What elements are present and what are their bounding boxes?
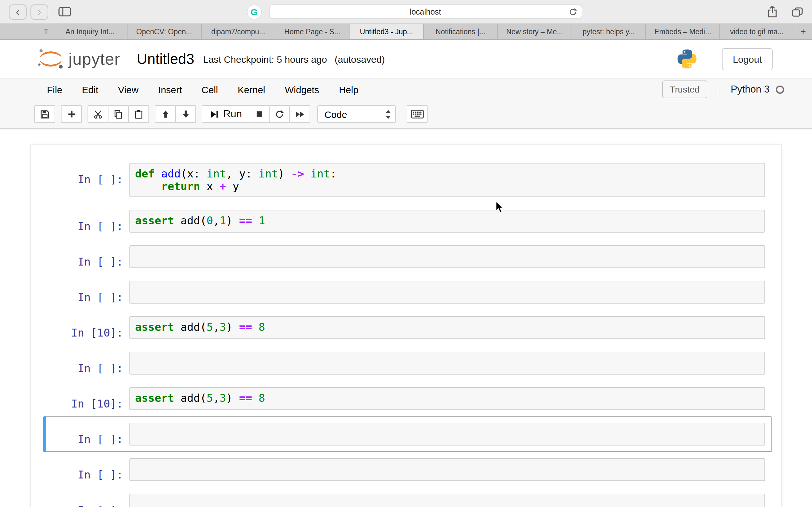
forward-button[interactable]: › — [31, 4, 48, 19]
sidebar-icon — [58, 7, 71, 16]
notebook-cell[interactable]: In [ ]:assert add(0,1) == 1 — [43, 204, 772, 239]
run-icon — [209, 109, 219, 119]
tab-overview-button[interactable] — [792, 7, 803, 17]
grammarly-icon[interactable]: G — [247, 5, 261, 19]
browser-tab[interactable]: video to gif ma... — [720, 24, 794, 39]
cell-input[interactable] — [130, 352, 765, 375]
share-button[interactable] — [767, 6, 778, 18]
jupyter-logo[interactable]: jupyter — [37, 48, 120, 70]
cell-prompt: In [ ]: — [44, 494, 130, 507]
run-label: Run — [223, 108, 242, 120]
notebook-cell-selected[interactable]: In [ ]: — [43, 416, 772, 452]
notebook-cell[interactable]: In [10]:assert add(5,3) == 8 — [43, 381, 772, 416]
restart-kernel-button[interactable] — [269, 105, 290, 123]
menu-item-view[interactable]: View — [110, 84, 146, 95]
interrupt-kernel-button[interactable] — [249, 105, 270, 123]
code-line — [135, 356, 759, 369]
cell-input[interactable] — [130, 494, 765, 507]
browser-tab-active[interactable]: Untitled3 - Jup... — [350, 24, 424, 39]
jupyter-wordmark: jupyter — [68, 49, 120, 69]
trusted-button[interactable]: Trusted — [662, 80, 707, 98]
cell-input[interactable] — [130, 245, 765, 268]
cell-prompt: In [ ]: — [44, 352, 130, 375]
divider — [719, 82, 719, 97]
browser-tab[interactable]: pytest: helps y... — [572, 24, 646, 39]
notebook-cell[interactable]: In [ ]: — [43, 345, 772, 381]
menu-item-edit[interactable]: Edit — [74, 84, 106, 95]
fast-forward-icon — [295, 109, 305, 119]
browser-tab[interactable]: An Inquiry Int... — [53, 24, 128, 39]
plus-icon — [67, 110, 76, 118]
menu-item-kernel[interactable]: Kernel — [230, 84, 273, 95]
cell-prompt: In [ ]: — [44, 163, 130, 197]
code-line: def add(x: int, y: int) -> int: — [135, 167, 759, 180]
jupyter-menubar: FileEditViewInsertCellKernelWidgetsHelp … — [0, 78, 812, 100]
cell-prompt: In [ ]: — [44, 458, 130, 481]
browser-toolbar: ‹ › G localhost — [0, 0, 812, 24]
cell-input[interactable]: assert add(0,1) == 1 — [130, 210, 765, 233]
sidebar-toggle-button[interactable] — [58, 7, 71, 16]
move-cell-down-button[interactable] — [175, 105, 196, 123]
code-line — [135, 285, 759, 298]
address-bar[interactable]: localhost — [269, 4, 582, 19]
url-text: localhost — [410, 7, 441, 16]
save-button[interactable] — [34, 105, 55, 123]
add-cell-button[interactable] — [61, 105, 82, 123]
browser-tab[interactable]: Embeds – Medi... — [646, 24, 720, 39]
menu-item-insert[interactable]: Insert — [151, 84, 190, 95]
tabs-overview-icon — [792, 7, 803, 17]
python-logo-icon — [676, 48, 698, 70]
restart-run-all-button[interactable] — [290, 105, 310, 123]
arrow-down-icon — [181, 110, 190, 118]
browser-tab-strip: TAn Inquiry Int...OpenCV: Open...dipam7/… — [0, 24, 812, 40]
cell-input[interactable] — [130, 281, 765, 303]
browser-tab[interactable]: New story – Me... — [498, 24, 572, 39]
code-line: assert add(5,3) == 8 — [135, 392, 759, 404]
cell-input[interactable] — [130, 458, 765, 481]
browser-tab[interactable]: dipam7/compu... — [201, 24, 275, 39]
cell-input[interactable]: assert add(5,3) == 8 — [130, 387, 765, 410]
command-palette-button[interactable] — [407, 105, 428, 123]
notebook-cell[interactable]: In [ ]: — [43, 452, 772, 487]
cell-input[interactable]: def add(x: int, y: int) -> int: return x… — [130, 163, 765, 197]
notebook-cell[interactable]: In [10]:assert add(5,3) == 8 — [43, 310, 772, 345]
cell-type-dropdown[interactable]: Code — [317, 105, 396, 123]
notebook-cell[interactable]: In [ ]: — [43, 239, 772, 274]
browser-tab[interactable]: T — [39, 24, 53, 39]
logout-button[interactable]: Logout — [722, 48, 773, 70]
cut-cell-button[interactable] — [88, 105, 108, 123]
cell-prompt: In [ ]: — [44, 210, 130, 233]
cell-prompt: In [ ]: — [44, 281, 130, 303]
move-cell-up-button[interactable] — [155, 105, 176, 123]
stop-icon — [255, 110, 264, 118]
menu-item-widgets[interactable]: Widgets — [277, 84, 327, 95]
autosave-text: (autosaved) — [335, 54, 385, 64]
jupyter-logo-icon — [37, 48, 65, 70]
notebook-title[interactable]: Untitled3 — [137, 50, 194, 67]
menu-item-file[interactable]: File — [39, 84, 70, 95]
notebook-cell[interactable]: In [ ]: — [43, 487, 772, 507]
menu-item-cell[interactable]: Cell — [194, 84, 226, 95]
cell-input[interactable]: assert add(5,3) == 8 — [130, 316, 765, 339]
code-line — [135, 498, 759, 507]
menu-item-help[interactable]: Help — [331, 84, 366, 95]
browser-tab[interactable]: Home Page - S... — [275, 24, 350, 39]
paste-cell-button[interactable] — [128, 105, 149, 123]
tab-strip-spacer — [0, 24, 39, 39]
dropdown-stepper-icon — [386, 109, 392, 119]
notebook-cell[interactable]: In [ ]:def add(x: int, y: int) -> int: r… — [43, 157, 772, 204]
cell-input[interactable] — [130, 423, 765, 446]
notebook-cell[interactable]: In [ ]: — [43, 274, 772, 310]
run-button[interactable]: Run — [202, 105, 250, 123]
reload-icon[interactable] — [568, 8, 577, 16]
cell-prompt: In [ ]: — [44, 423, 130, 446]
code-line — [135, 463, 759, 475]
checkpoint-text: Last Checkpoint: 5 hours ago — [203, 54, 327, 64]
browser-tab[interactable]: OpenCV: Open... — [128, 24, 202, 39]
browser-tab[interactable]: Notifications |... — [424, 24, 498, 39]
back-button[interactable]: ‹ — [9, 4, 27, 19]
cell-type-value: Code — [324, 109, 347, 119]
copy-cell-button[interactable] — [108, 105, 129, 123]
new-tab-button[interactable]: + — [794, 24, 812, 39]
cell-prompt: In [10]: — [44, 387, 130, 410]
